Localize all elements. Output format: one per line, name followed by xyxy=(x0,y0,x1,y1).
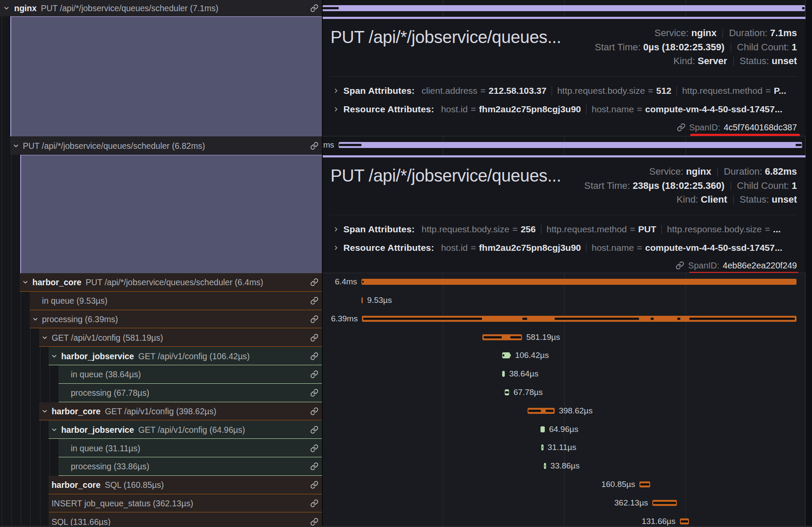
tree-row-span[interactable]: harbor_jobserviceGET /api/v1/config (106… xyxy=(0,347,322,365)
meta-label: Status: xyxy=(740,55,772,66)
expand-chevron-icon[interactable] xyxy=(42,408,48,414)
tree-row-span[interactable]: harbor_corePUT /api/*/jobservice/queues/… xyxy=(0,273,322,292)
span-link-icon[interactable] xyxy=(310,444,318,452)
uninstrumented-gap xyxy=(505,391,509,394)
indent-guide xyxy=(2,155,2,273)
tree-row-span[interactable]: in queue (31.11µs) xyxy=(0,439,322,457)
span-link-icon[interactable] xyxy=(310,333,318,342)
expand-chevron-icon[interactable] xyxy=(42,335,48,341)
tree-row-span[interactable]: processing (6.39ms) xyxy=(0,310,322,329)
attributes-row[interactable]: Resource Attributes:host.id=fhm2au2c75pn… xyxy=(333,242,794,253)
span-link-icon[interactable] xyxy=(310,407,318,415)
span-link-icon[interactable] xyxy=(310,370,318,379)
span-link-icon[interactable] xyxy=(310,518,318,526)
span-duration-bar[interactable] xyxy=(680,518,689,524)
tree-row-span[interactable]: GET /api/v1/config (581.19µs) xyxy=(0,328,322,347)
span-duration-bar[interactable] xyxy=(323,5,805,11)
span-link-icon[interactable] xyxy=(310,352,318,360)
uninstrumented-gap xyxy=(640,484,649,486)
span-duration-bar[interactable] xyxy=(505,389,509,395)
chevron-right-icon[interactable] xyxy=(333,88,339,94)
span-link-icon[interactable] xyxy=(310,315,318,323)
tree-row-span[interactable]: SQL (131.66µs) xyxy=(0,512,322,527)
expand-chevron-icon[interactable] xyxy=(51,353,57,359)
span-operation-label: processing (67.78µs) xyxy=(71,388,150,398)
attribute-separator xyxy=(541,225,541,234)
indent-guide xyxy=(2,494,2,513)
attributes-row[interactable]: Resource Attributes:host.id=fhm2au2c75pn… xyxy=(333,104,794,115)
duration-label: 362.13µs xyxy=(614,498,648,508)
link-icon[interactable] xyxy=(677,123,685,132)
span-row-label: GET /api/v1/config (581.19µs) xyxy=(52,333,163,342)
span-duration-bar[interactable] xyxy=(502,371,505,377)
span-duration-bar[interactable] xyxy=(362,316,797,322)
tree-row-span[interactable]: nginxPUT /api/*/jobservice/queues/schedu… xyxy=(0,0,322,16)
span-duration-bar[interactable] xyxy=(361,279,797,285)
duration-label: 64.96µs xyxy=(549,425,578,434)
span-operation-label: GET /api/v1/config (581.19µs) xyxy=(52,333,163,342)
span-row-label: processing (67.78µs) xyxy=(71,388,150,398)
tree-row-span[interactable]: processing (67.78µs) xyxy=(0,384,322,402)
span-link-icon[interactable] xyxy=(310,278,318,287)
expand-chevron-icon[interactable] xyxy=(3,5,9,11)
chevron-right-icon[interactable] xyxy=(333,106,339,112)
span-link-icon[interactable] xyxy=(310,4,318,12)
span-duration-bar[interactable] xyxy=(339,142,803,148)
span-duration-bar[interactable] xyxy=(482,334,522,340)
span-duration-bar[interactable] xyxy=(541,444,543,450)
span-operation-label: INSERT job_queue_status (362.13µs) xyxy=(52,498,193,508)
tree-row-span[interactable]: harbor_jobserviceGET /api/v1/config (64.… xyxy=(0,420,322,439)
indent-guide xyxy=(11,155,12,273)
span-operation-label: GET /api/v1/config (64.96µs) xyxy=(138,425,245,434)
span-link-icon[interactable] xyxy=(310,425,318,434)
meta-label: Status: xyxy=(740,194,772,205)
indent-guide xyxy=(2,273,2,292)
span-link-icon[interactable] xyxy=(310,389,318,397)
span-link-icon[interactable] xyxy=(310,462,318,471)
panel-span-title: PUT /api/*/jobservice/queues... xyxy=(330,28,561,47)
expand-chevron-icon[interactable] xyxy=(22,279,28,285)
indent-guide xyxy=(21,292,21,310)
indent-guide xyxy=(21,347,21,365)
expand-chevron-icon[interactable] xyxy=(32,316,38,322)
expand-chevron-icon[interactable] xyxy=(13,143,19,149)
tree-row-span[interactable]: harbor_coreSQL (160.85µs) xyxy=(0,476,322,494)
indent-guide xyxy=(40,439,40,457)
indent-guide xyxy=(2,384,2,402)
span-link-icon[interactable] xyxy=(310,481,318,489)
indent-guide xyxy=(11,273,12,292)
attributes-row[interactable]: Span Attributes:client.address=212.58.10… xyxy=(333,85,794,96)
attributes-row[interactable]: Span Attributes:http.request.body.size=2… xyxy=(333,224,794,235)
indent-guide xyxy=(30,512,31,527)
indent-guide xyxy=(11,420,12,439)
attribute-key: http.request.body.size xyxy=(422,224,509,234)
tree-row-span[interactable]: PUT /api/*/jobservice/queues/scheduler (… xyxy=(0,136,322,155)
span-duration-bar[interactable] xyxy=(502,352,510,358)
span-duration-bar[interactable] xyxy=(540,426,545,432)
span-link-icon[interactable] xyxy=(310,142,318,150)
span-duration-bar[interactable] xyxy=(528,408,555,414)
expand-chevron-icon[interactable] xyxy=(51,427,57,433)
span-operation-label: in queue (38.64µs) xyxy=(71,370,141,379)
tree-row-span[interactable]: in queue (38.64µs) xyxy=(0,365,322,384)
span-link-icon[interactable] xyxy=(310,499,318,507)
uninstrumented-gap xyxy=(363,317,482,320)
span-link-icon[interactable] xyxy=(310,297,318,305)
span-duration-bar[interactable] xyxy=(361,297,363,303)
tree-row-span[interactable]: harbor_coreGET /api/v1/config (398.62µs) xyxy=(0,402,322,421)
right-scrollbar-gutter[interactable] xyxy=(806,0,812,527)
meta-value: 0µs (18:02:25.359) xyxy=(643,42,725,52)
span-duration-bar[interactable] xyxy=(544,463,546,469)
span-duration-bar[interactable] xyxy=(639,481,650,487)
tree-row-span[interactable]: processing (33.86µs) xyxy=(0,457,322,476)
link-icon[interactable] xyxy=(676,261,684,270)
chevron-right-icon[interactable] xyxy=(333,226,339,232)
span-duration-bar[interactable] xyxy=(652,500,677,506)
attribute-value: 256 xyxy=(521,224,536,234)
meta-value: 7.1ms xyxy=(770,28,797,38)
meta-value: 1 xyxy=(792,180,797,191)
indent-guide xyxy=(21,457,21,476)
tree-row-span[interactable]: INSERT job_queue_status (362.13µs) xyxy=(0,494,322,513)
tree-row-span[interactable]: in queue (9.53µs) xyxy=(0,292,322,310)
chevron-right-icon[interactable] xyxy=(333,245,339,251)
